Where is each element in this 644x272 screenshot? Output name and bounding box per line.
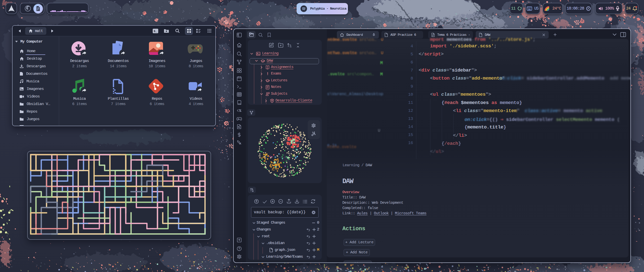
svg-text:$_: $_ <box>154 30 157 33</box>
